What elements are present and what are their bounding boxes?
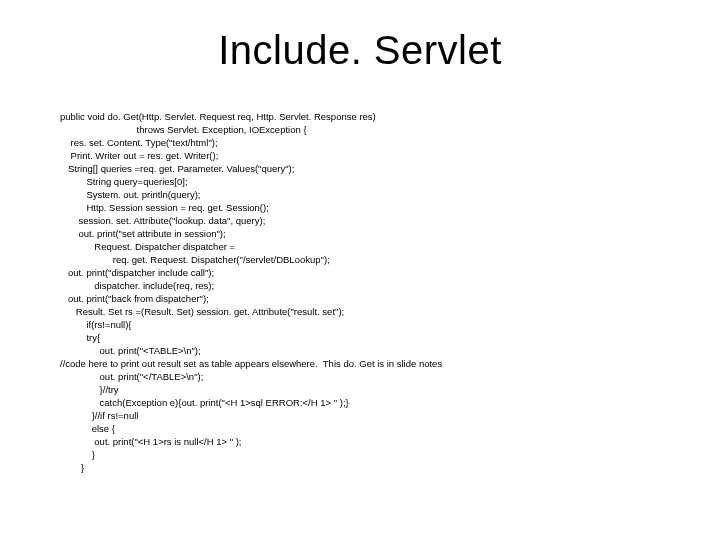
slide: Include. Servlet public void do. Get(Htt…	[0, 0, 720, 540]
slide-title: Include. Servlet	[0, 28, 720, 73]
code-block: public void do. Get(Http. Servlet. Reque…	[60, 110, 442, 474]
